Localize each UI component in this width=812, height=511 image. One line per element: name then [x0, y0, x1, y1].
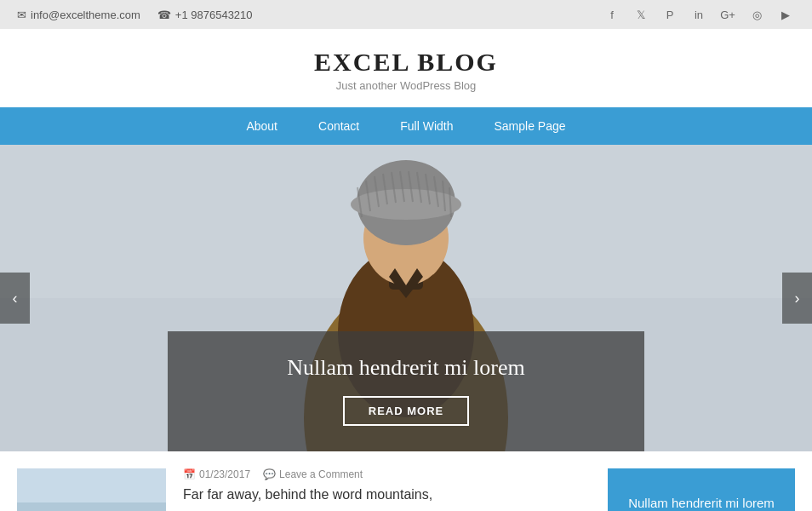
- twitter-icon[interactable]: 𝕏: [632, 5, 650, 24]
- slider-prev-arrow[interactable]: ‹: [0, 273, 30, 324]
- nav-contact[interactable]: Contact: [298, 107, 380, 145]
- post-content: 📅 01/23/2017 💬 Leave a Comment Far far a…: [183, 468, 591, 511]
- post-date: 📅 01/23/2017: [183, 468, 250, 480]
- site-tagline: Just another WodPress Blog: [0, 79, 812, 92]
- post-thumbnail: [17, 468, 166, 511]
- post-excerpt: Far far away, behind the word mountains,: [183, 487, 591, 502]
- nav-fullwidth[interactable]: Full Width: [380, 107, 473, 145]
- instagram-icon[interactable]: ◎: [747, 5, 766, 24]
- svg-rect-22: [17, 468, 166, 502]
- pinterest-icon[interactable]: P: [660, 5, 679, 24]
- phone-contact: +1 9876543210: [157, 9, 253, 21]
- featured-post-card[interactable]: Nullam hendrerit mi lorem: [608, 468, 795, 511]
- read-more-button[interactable]: READ MORE: [343, 396, 469, 426]
- comment-icon: 💬: [263, 468, 276, 480]
- site-title: EXCEL BLOG: [0, 48, 812, 77]
- site-header: EXCEL BLOG Just another WodPress Blog: [0, 29, 812, 107]
- slider-overlay: Nullam hendrerit mi lorem READ MORE: [168, 331, 644, 451]
- post-comment: 💬 Leave a Comment: [263, 468, 363, 480]
- featured-post-title: Nullam hendrerit mi lorem: [628, 496, 775, 510]
- googleplus-icon[interactable]: G+: [718, 5, 737, 24]
- social-links: f 𝕏 P in G+ ◎ ▶: [603, 5, 795, 24]
- mail-icon: [17, 9, 26, 21]
- phone-text: +1 9876543210: [175, 9, 253, 21]
- slide-title: Nullam hendrerit mi lorem: [202, 355, 610, 381]
- youtube-icon[interactable]: ▶: [776, 5, 795, 24]
- top-bar-contact: info@exceltheme.com +1 9876543210: [17, 9, 253, 21]
- nav-about[interactable]: About: [226, 107, 298, 145]
- email-text: info@exceltheme.com: [31, 9, 140, 21]
- calendar-icon: 📅: [183, 468, 196, 480]
- thumbnail-image: [17, 468, 166, 511]
- linkedin-icon[interactable]: in: [689, 5, 708, 24]
- email-contact: info@exceltheme.com: [17, 9, 140, 21]
- phone-icon: [157, 9, 171, 21]
- slider-next-arrow[interactable]: ›: [782, 273, 812, 324]
- hero-slider: ‹ Nullam hendrerit mi lorem READ MORE ›: [0, 145, 812, 451]
- facebook-icon[interactable]: f: [603, 5, 621, 24]
- post-date-text: 01/23/2017: [199, 468, 250, 480]
- post-comment-text: Leave a Comment: [279, 468, 363, 480]
- top-bar: info@exceltheme.com +1 9876543210 f 𝕏 P …: [0, 0, 812, 29]
- nav-samplepage[interactable]: Sample Page: [474, 107, 586, 145]
- blog-section: 📅 01/23/2017 💬 Leave a Comment Far far a…: [0, 451, 812, 511]
- post-meta: 📅 01/23/2017 💬 Leave a Comment: [183, 468, 591, 480]
- main-nav: About Contact Full Width Sample Page: [0, 107, 812, 145]
